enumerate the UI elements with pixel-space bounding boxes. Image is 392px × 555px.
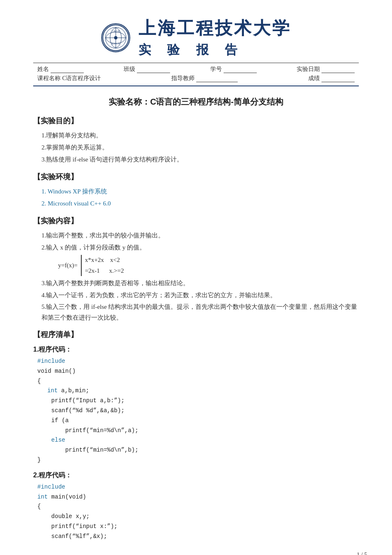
header-fields-row2: 课程名称 C语言程序设计 指导教师 成绩 bbox=[33, 74, 359, 83]
university-name-cn: 上海工程技术大学 bbox=[139, 17, 291, 40]
math-expr-2: =2x-1 x.>=2 bbox=[85, 266, 124, 276]
prog2-code: #include int main(void) { double x,y; pr… bbox=[37, 482, 359, 542]
field-id-value bbox=[224, 66, 257, 73]
prog2-line-printf1: printf(“input x:”); bbox=[37, 522, 359, 532]
field-score-value bbox=[321, 75, 355, 82]
page-number: 1 / 5 bbox=[357, 552, 367, 555]
prog1-title: 1.程序代码： bbox=[33, 345, 359, 354]
prog2-kw-int: int bbox=[37, 494, 48, 500]
field-id: 学号 bbox=[210, 66, 257, 73]
math-expr-1: x*x+2x x<2 bbox=[85, 255, 124, 266]
field-class: 班级 bbox=[124, 66, 170, 73]
field-score-label: 成绩 bbox=[308, 75, 320, 82]
content-item-5: 5.输入三个数，用 if-else 结构求出其中的最大值。提示，首先求出两个数中… bbox=[41, 302, 359, 323]
prog1-line-open-brace: { bbox=[37, 377, 359, 386]
field-id-label: 学号 bbox=[210, 66, 222, 73]
field-class-value bbox=[137, 66, 170, 73]
prog1-line-decl: int a,b,min; bbox=[37, 386, 359, 396]
field-teacher-value bbox=[196, 75, 238, 82]
section-env-header: 【实验环境】 bbox=[33, 172, 359, 182]
prog1-line-printf2: printf(“min=%d\n”,a); bbox=[37, 426, 359, 436]
prog1-code: #include void main() { int a,b,min; prin… bbox=[37, 357, 359, 465]
content-item-1: 1.输出两个整数，求出其中的较小值并输出。 bbox=[41, 230, 359, 241]
prog2-line-scanf1: scanf(“%lf”,&x); bbox=[37, 532, 359, 542]
field-teacher: 指导教师 bbox=[171, 75, 238, 82]
section-program-header: 【程序清单】 bbox=[33, 330, 359, 340]
header: 上海工程 技术大学 上海工程技术大学 实 验 报 告 姓名 班级 学号 bbox=[33, 17, 359, 93]
svg-text:上海工程: 上海工程 bbox=[112, 30, 120, 32]
report-title: 实 验 报 告 bbox=[139, 42, 291, 59]
purpose-item-2: 2.掌握简单的关系运算。 bbox=[41, 142, 359, 153]
prog1-line-close-brace: } bbox=[37, 455, 359, 465]
purpose-item-1: 1.理解简单分支结构。 bbox=[41, 130, 359, 141]
svg-point-6 bbox=[114, 36, 117, 39]
field-date-label: 实验日期 bbox=[297, 66, 320, 73]
prog1-line-if: if (a bbox=[37, 416, 359, 426]
math-row-1: y=f(x)= x*x+2x x<2 =2x-1 x.>=2 bbox=[58, 255, 124, 276]
field-teacher-label: 指导教师 bbox=[171, 75, 195, 82]
field-course: 课程名称 C语言程序设计 bbox=[37, 75, 101, 82]
content-item-3: 3.输入两个整数并判断两数是否相等，输出相应结论。 bbox=[41, 278, 359, 289]
experiment-title: 实验名称：C语言的三种程序结构-简单分支结构 bbox=[33, 96, 359, 108]
prog2-line-decl: double x,y; bbox=[37, 512, 359, 522]
prog2-line-open-brace: { bbox=[37, 502, 359, 512]
field-name-value bbox=[51, 66, 84, 73]
prog1-line-include: #include bbox=[37, 357, 359, 367]
prog2-line-main: int main(void) bbox=[37, 492, 359, 502]
university-name: 上海工程技术大学 实 验 报 告 bbox=[139, 17, 291, 59]
header-divider2 bbox=[33, 86, 359, 86]
field-date-value bbox=[321, 66, 355, 73]
field-date: 实验日期 bbox=[297, 66, 355, 73]
prog1-line-printf3: printf(“min=%d\n”,b); bbox=[37, 445, 359, 455]
prog1-decl-vars: a,b,min; bbox=[58, 387, 89, 394]
prog2-main-void: main(void) bbox=[48, 494, 86, 500]
header-divider1 bbox=[33, 63, 359, 63]
env-item-1: 1. Windows XP 操作系统 bbox=[41, 186, 359, 197]
field-course-value: C语言程序设计 bbox=[62, 75, 101, 82]
purpose-item-3: 3.熟练使用 if-else 语句进行简单分支结构程序设计。 bbox=[41, 154, 359, 165]
prog1-kw-int: int bbox=[47, 387, 58, 394]
purpose-list: 1.理解简单分支结构。 2.掌握简单的关系运算。 3.熟练使用 if-else … bbox=[41, 130, 359, 165]
field-score: 成绩 bbox=[308, 75, 355, 82]
math-expr-col: x*x+2x x<2 =2x-1 x.>=2 bbox=[81, 255, 124, 276]
header-top: 上海工程 技术大学 上海工程技术大学 实 验 报 告 bbox=[101, 17, 291, 59]
prog1-line-main: void main() bbox=[37, 367, 359, 377]
svg-text:技术大学: 技术大学 bbox=[111, 42, 120, 44]
env-item-2: 2. Microsoft visual C++ 6.0 bbox=[41, 198, 359, 209]
content-list: 1.输出两个整数，求出其中的较小值并输出。 2.输入 x 的值，计算分段函数 y… bbox=[41, 230, 359, 323]
field-name: 姓名 bbox=[37, 66, 84, 73]
section-purpose-header: 【实验目的】 bbox=[33, 116, 359, 126]
page: 上海工程 技术大学 上海工程技术大学 实 验 报 告 姓名 班级 学号 bbox=[0, 0, 392, 555]
field-course-label: 课程名称 bbox=[37, 75, 61, 82]
university-logo: 上海工程 技术大学 bbox=[101, 23, 130, 52]
math-y-label: y=f(x)= bbox=[58, 255, 81, 276]
section-content-header: 【实验内容】 bbox=[33, 216, 359, 226]
header-fields-row1: 姓名 班级 学号 实验日期 bbox=[33, 65, 359, 74]
env-list: 1. Windows XP 操作系统 2. Microsoft visual C… bbox=[41, 186, 359, 209]
math-table: y=f(x)= x*x+2x x<2 =2x-1 x.>=2 bbox=[58, 255, 124, 276]
prog1-line-printf1: printf(“Input a,b:”); bbox=[37, 396, 359, 406]
prog2-line-include: #include bbox=[37, 482, 359, 492]
content-item-4: 4.输入一个证书，若为负数，求出它的平方；若为正数，求出它的立方，并输出结果。 bbox=[41, 290, 359, 301]
prog2-title: 2.程序代码： bbox=[33, 471, 359, 480]
field-class-label: 班级 bbox=[124, 66, 135, 73]
math-expression: y=f(x)= x*x+2x x<2 =2x-1 x.>=2 bbox=[58, 255, 359, 276]
prog1-line-scanf1: scanf(“%d %d”,&a,&b); bbox=[37, 406, 359, 416]
prog1-line-else: else bbox=[37, 435, 359, 445]
content-item-2: 2.输入 x 的值，计算分段函数 y 的值。 bbox=[41, 242, 359, 253]
field-name-label: 姓名 bbox=[37, 66, 49, 73]
